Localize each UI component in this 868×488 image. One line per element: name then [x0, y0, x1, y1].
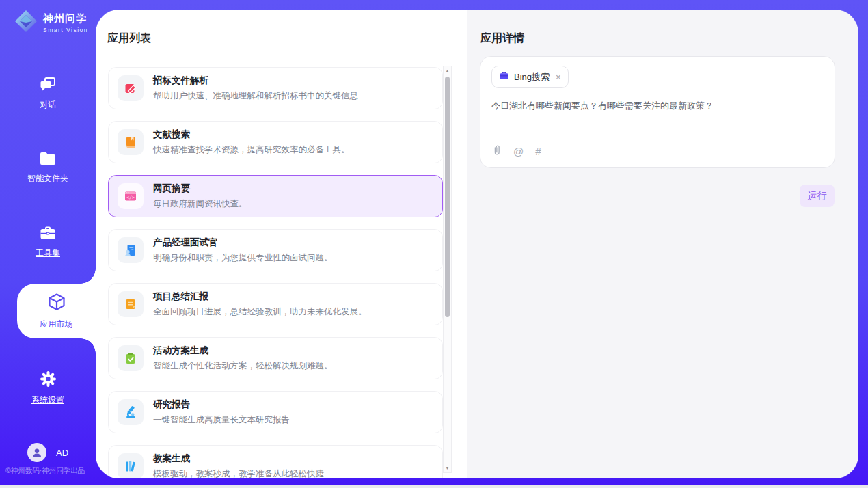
sidebar-item-label: 工具集 — [0, 247, 96, 259]
app-list-scrollbar[interactable]: ▲ ▼ — [443, 66, 452, 473]
app-desc: 模板驱动，教案秒成，教学准备从此轻松快捷 — [153, 468, 324, 478]
app-name: 网页摘要 — [153, 182, 247, 195]
app-name: 活动方案生成 — [153, 344, 333, 357]
app-name: 项目总结汇报 — [153, 290, 367, 303]
books-icon — [118, 453, 144, 478]
logo-title: 神州问学 — [43, 12, 88, 25]
app-desc: 快速精准查找学术资源，提高研究效率的必备工具。 — [153, 144, 350, 156]
clipboard-check-icon — [118, 345, 144, 371]
tool-chip-label: Bing搜索 — [514, 71, 550, 83]
sidebar-item-app-market[interactable]: 应用市场 — [17, 284, 96, 338]
close-icon[interactable]: × — [556, 72, 561, 82]
app-name: 招标文件解析 — [153, 74, 358, 87]
sidebar-item-settings[interactable]: 系统设置 — [0, 370, 96, 406]
app-list-panel: 应用列表 招标文件解析 帮助用户快速、准确地理解和解析招标书中的关键信息 — [96, 10, 467, 478]
app-card-pm-interviewer[interactable]: 产品经理面试官 明确身份和职责，为您提供专业性的面试问题。 — [108, 229, 443, 271]
app-name: 研究报告 — [153, 398, 290, 411]
app-card-lesson-plan[interactable]: 教案生成 模板驱动，教案秒成，教学准备从此轻松快捷 — [108, 445, 443, 478]
tool-chip-bing-search[interactable]: Bing搜索 × — [491, 66, 569, 88]
app-desc: 智能生成个性化活动方案，轻松解决规划难题。 — [153, 360, 333, 372]
app-name: 产品经理面试官 — [153, 236, 333, 249]
scroll-up-icon[interactable]: ▲ — [444, 68, 451, 73]
app-list: 招标文件解析 帮助用户快速、准确地理解和解析招标书中的关键信息 文献搜索 — [108, 67, 443, 478]
edit-document-icon — [118, 75, 144, 101]
prompt-input[interactable]: 今日湖北有哪些新闻要点？有哪些需要关注的最新政策？ — [491, 99, 824, 113]
app-card-research-report[interactable]: 研究报告 一键智能生成高质量长文本研究报告 — [108, 391, 443, 433]
app-card-literature-search[interactable]: 文献搜索 快速精准查找学术资源，提高研究效率的必备工具。 — [108, 121, 443, 163]
chat-icon — [39, 83, 57, 95]
sidebar-item-label: 应用市场 — [17, 318, 96, 330]
user-name: AD — [56, 448, 68, 458]
svg-text:</>: </> — [126, 195, 135, 200]
app-window: 神州问学 Smart Vision 对话 智能文件夹 — [0, 0, 868, 488]
gear-icon — [39, 379, 57, 390]
app-name: 教案生成 — [153, 452, 324, 465]
app-desc: 明确身份和职责，为您提供专业性的面试问题。 — [153, 252, 333, 264]
copyright-footer: ©神州数码·神州问学出品 — [5, 466, 85, 476]
avatar — [27, 443, 46, 462]
app-desc: 一键智能生成高质量长文本研究报告 — [153, 414, 290, 426]
logo-subtitle: Smart Vision — [43, 27, 88, 33]
sidebar-item-smart-folder[interactable]: 智能文件夹 — [0, 150, 96, 185]
app-card-web-summary[interactable]: </> 网页摘要 每日政府新闻资讯快查。 — [108, 175, 443, 217]
microscope-icon — [118, 399, 144, 425]
prompt-toolbar: @ # — [492, 144, 541, 159]
toolbox-icon — [39, 232, 57, 243]
main-content: 应用列表 招标文件解析 帮助用户快速、准确地理解和解析招标书中的关键信息 — [96, 10, 858, 478]
app-list-title: 应用列表 — [107, 31, 151, 46]
memo-icon — [118, 291, 144, 317]
app-detail-panel: 应用详情 Bing搜索 × 今日湖北有哪些新闻要点？有哪些需要关注的最新政策？ — [467, 10, 858, 478]
sidebar-item-label: 系统设置 — [0, 394, 96, 406]
app-name: 文献搜索 — [153, 128, 350, 141]
app-logo: 神州问学 Smart Vision — [14, 9, 88, 36]
sidebar-item-toolset[interactable]: 工具集 — [0, 224, 96, 259]
sidebar-item-chat[interactable]: 对话 — [0, 75, 96, 111]
interview-board-icon — [118, 237, 144, 263]
app-card-tender-analysis[interactable]: 招标文件解析 帮助用户快速、准确地理解和解析招标书中的关键信息 — [108, 67, 443, 109]
scrollbar-thumb[interactable] — [445, 77, 450, 317]
folder-icon — [39, 157, 57, 169]
attachment-icon[interactable] — [492, 144, 502, 159]
briefcase-icon — [499, 70, 509, 83]
app-desc: 帮助用户快速、准确地理解和解析招标书中的关键信息 — [153, 90, 358, 102]
sidebar-item-label: 智能文件夹 — [0, 173, 96, 185]
app-card-event-plan[interactable]: 活动方案生成 智能生成个性化活动方案，轻松解决规划难题。 — [108, 337, 443, 379]
app-card-project-summary[interactable]: 项目总结汇报 全面回顾项目进展，总结经验教训，助力未来优化发展。 — [108, 283, 443, 325]
sidebar: 神州问学 Smart Vision 对话 智能文件夹 — [0, 0, 96, 488]
bottom-divider — [0, 485, 868, 488]
sidebar-item-label: 对话 — [0, 99, 96, 111]
scroll-down-icon[interactable]: ▼ — [444, 465, 451, 470]
app-detail-title: 应用详情 — [480, 31, 524, 46]
cube-icon — [46, 303, 67, 314]
hash-icon[interactable]: # — [535, 146, 541, 157]
prompt-card: Bing搜索 × 今日湖北有哪些新闻要点？有哪些需要关注的最新政策？ @ # — [480, 56, 835, 168]
run-button[interactable]: 运行 — [800, 185, 835, 207]
app-desc: 每日政府新闻资讯快查。 — [153, 198, 247, 210]
mention-icon[interactable]: @ — [513, 146, 524, 157]
webpage-code-icon: </> — [118, 183, 144, 209]
diamond-logo-icon — [14, 9, 38, 36]
book-icon — [118, 129, 144, 155]
app-desc: 全面回顾项目进展，总结经验教训，助力未来优化发展。 — [153, 306, 367, 318]
user-account[interactable]: AD — [27, 443, 68, 462]
